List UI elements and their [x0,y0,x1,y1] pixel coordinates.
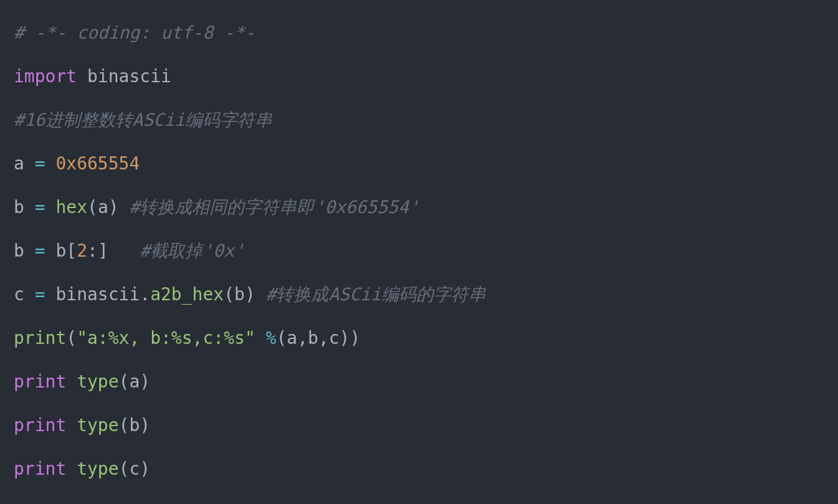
method: a2b_hex [150,284,224,305]
builtin-func: type [77,371,118,392]
code-line: c = binascii.a2b_hex(b) #转换成ASCii编码的字符串 [14,284,486,305]
comment: #16进制整数转ASCii编码字符串 [14,110,272,130]
code-line: print type(b) [14,415,150,435]
operator: = [35,284,45,305]
paren-close: ) [350,328,360,348]
builtin-func: type [77,459,118,479]
variable: a [287,328,297,348]
code-line: a = 0x665554 [14,153,140,174]
code-line: print type(c) [14,459,150,479]
number-literal: 2 [77,240,87,261]
keyword-print: print [14,459,66,479]
paren-close: ) [245,284,255,305]
object: binascii [55,284,140,305]
colon: : [87,240,98,261]
variable: a [129,371,140,392]
variable: c [129,459,140,479]
builtin-func: type [77,415,118,435]
paren-open: ( [224,284,234,305]
code-line: b = hex(a) #转换成相同的字符串即'0x665554' [14,197,419,217]
paren-open: ( [87,197,98,217]
code-line: print type(a) [14,371,150,392]
keyword-import: import [14,66,77,87]
variable: a [98,197,108,217]
variable: a [14,153,24,174]
code-line: import binascii [14,66,171,87]
paren-close: ) [340,328,350,348]
builtin-func: hex [55,197,87,217]
variable: b [308,328,318,348]
module-name: binascii [87,66,171,87]
bracket-close: ] [98,240,108,261]
variable: c [329,328,340,348]
variable: b [14,197,24,217]
comment: #截取掉'0x' [140,240,244,261]
comma: , [318,328,329,348]
code-line: b = b[2:] #截取掉'0x' [14,240,245,261]
string-literal: "a:%x, b:%s,c:%s" [77,328,255,348]
keyword-print: print [14,371,66,392]
paren-close: ) [140,459,150,479]
variable: b [55,240,66,261]
dot: . [140,284,150,305]
code-line: # -*- coding: utf-8 -*- [14,22,255,43]
paren-close: ) [140,371,150,392]
operator: % [266,328,277,348]
bracket-open: [ [66,240,77,261]
comma: , [297,328,308,348]
operator: = [35,240,45,261]
variable: b [234,284,245,305]
code-editor[interactable]: # -*- coding: utf-8 -*- import binascii … [0,0,838,502]
paren-open: ( [119,459,130,479]
paren-open: ( [66,328,77,348]
variable: b [129,415,140,435]
paren-close: ) [140,415,150,435]
operator: = [35,153,45,174]
paren-open: ( [276,328,287,348]
variable: c [14,284,24,305]
comment: #转换成相同的字符串即'0x665554' [129,197,419,217]
comment: # -*- coding: utf-8 -*- [14,22,255,43]
paren-open: ( [119,371,130,392]
number-literal: 0x665554 [55,153,140,174]
builtin-func: print [14,328,66,348]
operator: = [35,197,45,217]
paren-open: ( [119,415,130,435]
code-line: print("a:%x, b:%s,c:%s" %(a,b,c)) [14,328,360,348]
paren-close: ) [108,197,119,217]
keyword-print: print [14,415,66,435]
code-line: #16进制整数转ASCii编码字符串 [14,110,272,130]
comment: #转换成ASCii编码的字符串 [266,284,486,305]
variable: b [14,240,24,261]
